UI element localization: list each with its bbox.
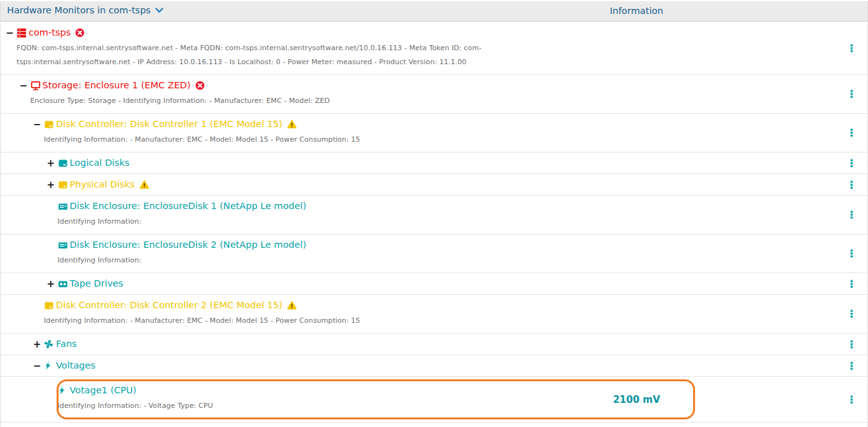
node-label[interactable]: Disk Controller: Disk Controller 2 (EMC … [56,299,282,312]
node-label[interactable]: Disk Controller: Disk Controller 1 (EMC … [56,118,282,131]
node-label[interactable]: Logical Disks [70,156,130,170]
header-title: Hardware Monitors in com-tsps [7,5,151,15]
kebab-menu-icon[interactable] [846,89,857,99]
node-label[interactable]: Votage1 (CPU) [70,384,137,397]
information-value: 2100 mV [582,394,691,405]
enclosure-icon [58,240,70,250]
node-label[interactable]: com-tsps [29,26,71,39]
node-details: Enclosure Type: Storage - Identifying In… [31,94,868,108]
warning-icon [287,301,297,310]
node-label[interactable]: Tape Drives [70,277,123,290]
disk-icon [44,119,56,130]
disk-icon [58,158,70,168]
kebab-menu-icon[interactable] [846,395,857,405]
tree-row[interactable]: Votage1 (CPU)Identifying Information: - … [1,377,867,423]
tree-row[interactable]: Disk Enclosure: EnclosureDisk 2 (NetApp … [1,234,867,273]
header-title-dropdown[interactable]: Hardware Monitors in com-tsps [7,5,163,15]
node-details: Identifying Information: - Voltage Type:… [58,399,868,413]
node-label[interactable]: Physical Disks [70,178,135,191]
tree-row[interactable]: +Physical Disks [1,174,867,196]
tree-row[interactable]: −Disk Controller: Disk Controller 1 (EMC… [1,114,867,152]
tree-row[interactable]: +Logical Disks [1,152,867,174]
enclosure-icon [58,201,70,212]
expander-minus-icon[interactable]: − [33,361,44,371]
tree-row[interactable]: −Voltages [1,355,867,377]
node-details: Identifying Information: - Manufacturer:… [44,314,867,328]
monitor-tree: −com-tspsFQDN: com-tsps.internal.sentrys… [0,22,868,427]
node-details: Identifying Information: [58,215,868,229]
kebab-menu-icon[interactable] [846,279,857,289]
disk-icon [44,301,56,311]
kebab-menu-icon[interactable] [846,43,857,53]
error-icon [75,28,85,37]
node-label[interactable]: Disk Enclosure: EnclosureDisk 2 (NetApp … [70,238,307,252]
bolt-icon [44,361,56,370]
kebab-menu-icon[interactable] [846,248,857,259]
tree-row[interactable]: +Tape Drives [1,273,867,295]
kebab-menu-icon[interactable] [846,158,857,168]
hardware-monitors-panel: Hardware Monitors in com-tsps Informatio… [0,0,868,427]
kebab-menu-icon[interactable] [846,128,857,138]
tree-row[interactable]: Disk Enclosure: EnclosureDisk 1 (NetApp … [1,196,867,234]
tree-row[interactable]: −com-tspsFQDN: com-tsps.internal.sentrys… [1,22,867,75]
node-details: Identifying Information: [58,254,868,268]
kebab-menu-icon[interactable] [846,339,857,349]
node-details: Identifying Information: - Manufacturer:… [44,133,867,147]
tape-icon [58,279,70,289]
warning-icon [139,180,149,189]
disk-icon [58,180,70,190]
chevron-down-icon[interactable] [155,5,163,15]
error-icon [195,81,205,90]
kebab-menu-icon[interactable] [846,361,857,371]
expander-plus-icon[interactable]: + [33,339,44,349]
bolt-icon [58,386,70,395]
node-label[interactable]: Storage: Enclosure 1 (EMC ZED) [43,79,191,92]
tree-row[interactable]: Disk Controller: Disk Controller 2 (EMC … [1,295,867,334]
node-details: FQDN: com-tsps.internal.sentrysoftware.n… [17,41,499,69]
expander-plus-icon[interactable]: + [47,180,58,190]
node-label[interactable]: Disk Enclosure: EnclosureDisk 1 (NetApp … [70,200,307,213]
kebab-menu-icon[interactable] [846,210,857,220]
panel-header: Hardware Monitors in com-tsps Informatio… [0,1,868,22]
server-icon [17,28,29,38]
expander-minus-icon[interactable]: − [33,119,44,130]
fan-icon [44,339,56,349]
monitor-icon [31,81,43,91]
expander-minus-icon[interactable]: − [20,81,31,91]
node-label[interactable]: Voltages [56,359,95,372]
kebab-menu-icon[interactable] [846,180,857,190]
tree-row[interactable]: −Storage: Enclosure 1 (EMC ZED)Enclosure… [1,75,867,114]
node-label[interactable]: Fans [56,337,77,351]
expander-plus-icon[interactable]: + [47,279,58,289]
expander-plus-icon[interactable]: + [47,158,58,168]
tree-row[interactable]: +Fans [1,334,867,355]
information-column-header: Information [582,6,691,16]
expander-minus-icon[interactable]: − [6,28,17,38]
warning-icon [287,119,297,129]
kebab-menu-icon[interactable] [846,309,857,319]
